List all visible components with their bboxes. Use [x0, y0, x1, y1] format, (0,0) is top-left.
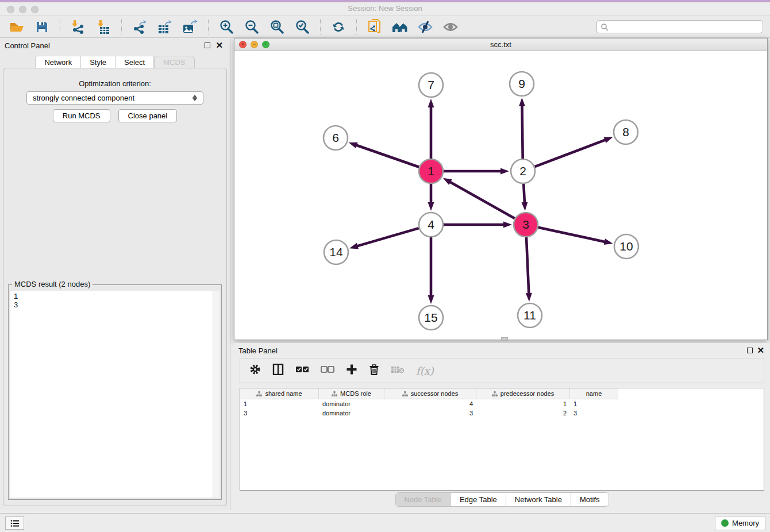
table-cell[interactable]: dominator: [319, 400, 384, 407]
column-header-name[interactable]: name: [570, 388, 618, 399]
graph-node-label: 7: [428, 78, 434, 91]
column-header-predecessor-nodes[interactable]: predecessor nodes: [476, 388, 570, 399]
main-toolbar: [0, 16, 770, 38]
graph-edge-2-3[interactable]: [523, 184, 525, 203]
table-cell[interactable]: 1: [570, 400, 618, 407]
network-resize-handle[interactable]: [501, 337, 508, 341]
run-mcds-button[interactable]: Run MCDS: [53, 109, 110, 122]
control-panel-title: Control Panel: [5, 41, 50, 50]
column-header-successor-nodes[interactable]: successor nodes: [384, 388, 476, 399]
table-body: 1dominator4113dominator323: [240, 399, 764, 418]
table-panel: Table Panel ✕ f(x) shared nameMCDS roles…: [234, 343, 770, 511]
zoom-selected-icon[interactable]: [292, 18, 312, 36]
graph-edge-2-8[interactable]: [535, 140, 606, 167]
deselect-all-icon[interactable]: [321, 365, 334, 376]
select-all-icon[interactable]: [295, 365, 309, 376]
graph-edge-arrowhead: [604, 238, 613, 245]
control-tab-mcds[interactable]: MCDS: [154, 56, 194, 69]
zoom-out-icon[interactable]: [242, 18, 261, 36]
toolbar-separator: [208, 20, 209, 34]
column-header-MCDS-role[interactable]: MCDS role: [319, 388, 384, 399]
graph-node-label: 4: [428, 218, 434, 231]
graph-edge-3-11[interactable]: [526, 237, 529, 294]
network-window-titlebar[interactable]: × − + scc.txt: [234, 38, 767, 51]
network-overview-icon[interactable]: [390, 18, 410, 36]
clone-network-icon[interactable]: [365, 18, 384, 36]
export-network-icon[interactable]: [130, 18, 149, 36]
trash-icon[interactable]: [369, 364, 379, 377]
criterion-dropdown[interactable]: strongly connected component: [26, 91, 203, 105]
graph-edge-3-10[interactable]: [538, 228, 605, 242]
task-history-button[interactable]: [5, 516, 24, 530]
hide-eye-slash-icon[interactable]: [415, 18, 435, 36]
table-tab-node-table[interactable]: Node Table: [395, 493, 451, 506]
graph-edge-arrowhead: [443, 178, 452, 185]
network-canvas[interactable]: 7968124314101511: [234, 51, 767, 340]
float-panel-icon[interactable]: [205, 43, 210, 48]
close-table-panel-icon[interactable]: ✕: [757, 345, 764, 356]
table-cell[interactable]: 1: [476, 400, 570, 407]
import-table-icon[interactable]: [94, 18, 113, 36]
mcds-result-text[interactable]: 1 3: [10, 291, 220, 498]
search-box: [596, 20, 763, 33]
mcds-result-title: MCDS result (2 nodes): [12, 280, 93, 288]
gear-icon[interactable]: [249, 364, 261, 377]
graph-edge-arrowhead: [519, 98, 525, 106]
graph-edge-1-6[interactable]: [356, 145, 419, 167]
memory-button[interactable]: Memory: [715, 516, 765, 530]
show-eye-icon[interactable]: [441, 18, 460, 36]
table-cell[interactable]: 3: [240, 410, 319, 417]
control-tab-style[interactable]: Style: [81, 56, 116, 69]
delete-table-icon: [391, 365, 405, 376]
window-accent-strip: [0, 0, 770, 2]
status-bar: Memory: [0, 513, 770, 532]
graph-edge-arrowhead: [604, 137, 613, 143]
graph-node-label: 3: [522, 218, 529, 231]
result-scrollbar[interactable]: [213, 291, 220, 498]
graph-edge-2-9[interactable]: [522, 105, 522, 159]
columns-icon[interactable]: [272, 364, 284, 377]
control-tab-select[interactable]: Select: [116, 56, 154, 69]
open-session-icon[interactable]: [7, 18, 26, 36]
close-panel-icon[interactable]: ✕: [215, 40, 223, 51]
app-titlebar: Session: New Session: [0, 0, 770, 16]
node-table: shared nameMCDS rolesuccessor nodesprede…: [240, 388, 764, 491]
table-cell[interactable]: dominator: [319, 410, 384, 417]
add-icon[interactable]: [346, 364, 357, 377]
zoom-in-icon[interactable]: [217, 18, 236, 36]
control-panel: Control Panel ✕ NetworkStyleSelectMCDS O…: [0, 38, 230, 510]
table-row[interactable]: 3dominator323: [240, 408, 764, 418]
toolbar-separator: [121, 20, 122, 34]
table-tabs: Node TableEdge TableNetwork TableMotifs: [395, 492, 609, 507]
list-icon: [10, 519, 20, 527]
table-cell[interactable]: 2: [476, 410, 570, 417]
search-input[interactable]: [609, 23, 759, 31]
table-tab-motifs[interactable]: Motifs: [571, 493, 609, 506]
graph-edge-3-1[interactable]: [449, 182, 515, 218]
table-row[interactable]: 1dominator411: [240, 399, 764, 408]
table-cell[interactable]: 3: [570, 410, 618, 417]
export-image-icon[interactable]: [180, 18, 200, 36]
table-cell[interactable]: 4: [384, 400, 476, 407]
close-panel-button[interactable]: Close panel: [118, 109, 178, 122]
import-network-icon[interactable]: [68, 18, 88, 36]
network-window-title: scc.txt: [234, 40, 767, 49]
graph-edge-arrowhead: [349, 142, 358, 148]
refresh-layout-icon[interactable]: [329, 18, 348, 36]
control-tab-network[interactable]: Network: [35, 56, 81, 69]
table-cell[interactable]: 3: [384, 410, 476, 417]
optimization-criterion-label: Optimization criterion:: [3, 79, 226, 88]
table-cell[interactable]: 1: [240, 400, 319, 407]
graph-edge-4-14[interactable]: [357, 228, 419, 246]
save-session-icon[interactable]: [32, 18, 52, 36]
zoom-fit-icon[interactable]: [267, 18, 287, 36]
column-header-shared-name[interactable]: shared name: [240, 388, 319, 399]
graph-node-label: 6: [332, 131, 339, 144]
export-table-icon[interactable]: [155, 18, 175, 36]
graph-edge-arrowhead: [500, 168, 509, 175]
graph-node-label: 8: [622, 125, 629, 138]
float-table-panel-icon[interactable]: [747, 348, 753, 353]
window-title: Session: New Session: [0, 4, 770, 13]
table-tab-network-table[interactable]: Network Table: [506, 493, 571, 506]
table-tab-edge-table[interactable]: Edge Table: [451, 493, 506, 506]
